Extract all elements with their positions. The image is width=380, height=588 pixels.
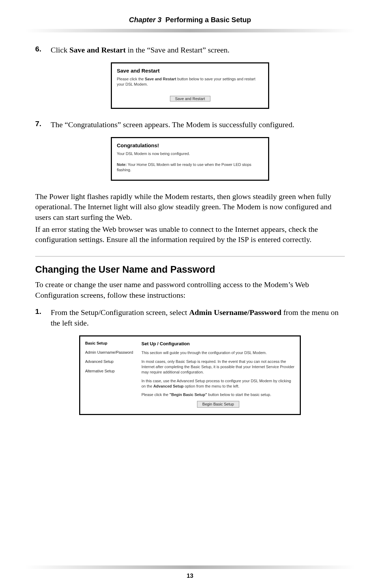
menu-item-advanced[interactable]: Advanced Setup: [85, 359, 141, 364]
shot1-title: Save and Restart: [117, 68, 263, 74]
menu-item-alternative[interactable]: Alternative Setup: [85, 369, 141, 373]
setup-main: Set Up / Configuration This section will…: [141, 341, 295, 408]
chapter-title: Performing a Basic Setup: [165, 16, 251, 24]
section-intro: To create or change the user name and pa…: [35, 279, 345, 300]
screenshot-save-restart: Save and Restart Please click the Save a…: [111, 62, 269, 109]
menu-head[interactable]: Basic Setup: [85, 341, 141, 346]
shot1-text: Please click the Save and Restart button…: [117, 76, 263, 87]
header-rule: [14, 29, 366, 32]
setup-p4: Please click the "Begin Basic Setup" but…: [141, 392, 295, 397]
screenshot-setup: Basic Setup Admin Username/Password Adva…: [79, 335, 301, 415]
page-number: 13: [0, 572, 380, 580]
setup-button-row: Begin Basic Setup: [141, 401, 295, 408]
paragraph-error: If an error stating the Web browser was …: [35, 224, 345, 245]
menu-item-admin[interactable]: Admin Username/Password: [85, 350, 141, 355]
content: 6. Click Save and Restart in the “Save a…: [0, 32, 380, 415]
page-header: Chapter 3 Performing a Basic Setup: [0, 16, 380, 24]
setup-menu: Basic Setup Admin Username/Password Adva…: [85, 341, 141, 408]
footer-rule: [14, 565, 366, 569]
paragraph-power-light: The Power light flashes rapidly while th…: [35, 191, 345, 223]
shot2-line1: Your DSL Modem is now being configured.: [117, 151, 263, 156]
screenshot-congrats-wrap: Congratulations! Your DSL Modem is now b…: [35, 137, 345, 181]
setup-p1: This section will guide you through the …: [141, 350, 295, 355]
screenshot-congrats: Congratulations! Your DSL Modem is now b…: [111, 137, 269, 181]
screenshot-setup-wrap: Basic Setup Admin Username/Password Adva…: [35, 335, 345, 415]
step-6: 6. Click Save and Restart in the “Save a…: [35, 45, 345, 55]
shot2-title: Congratulations!: [117, 142, 263, 148]
chapter-label: Chapter 3: [129, 16, 162, 24]
section-divider: [35, 256, 345, 256]
screenshot-save-restart-wrap: Save and Restart Please click the Save a…: [35, 62, 345, 109]
save-and-restart-button[interactable]: Save and Restart: [170, 96, 210, 101]
step-1: 1. From the Setup/Configuration screen, …: [35, 307, 345, 328]
page: Chapter 3 Performing a Basic Setup 6. Cl…: [0, 0, 380, 588]
step-number: 6.: [35, 45, 51, 55]
step-text: From the Setup/Configuration screen, sel…: [51, 307, 345, 328]
step-7: 7. The “Congratulations” screen appears.…: [35, 119, 345, 130]
setup-heading: Set Up / Configuration: [141, 341, 295, 347]
shot1-button-row: Save and Restart: [117, 95, 263, 101]
step-text: Click Save and Restart in the “Save and …: [51, 45, 229, 55]
step-number: 7.: [35, 119, 51, 130]
footer-rule-wrap: [14, 565, 366, 569]
setup-p3: In this case, use the Advanced Setup pro…: [141, 378, 295, 389]
step-number: 1.: [35, 307, 51, 328]
begin-basic-setup-button[interactable]: Begin Basic Setup: [197, 401, 239, 408]
step-text: The “Congratulations” screen appears. Th…: [51, 119, 294, 130]
shot2-note: Note: Your Home DSL Modem will be ready …: [117, 162, 263, 173]
setup-p2: In most cases, only Basic Setup is requi…: [141, 359, 295, 375]
section-heading: Changing the User Name and Password: [35, 264, 345, 275]
